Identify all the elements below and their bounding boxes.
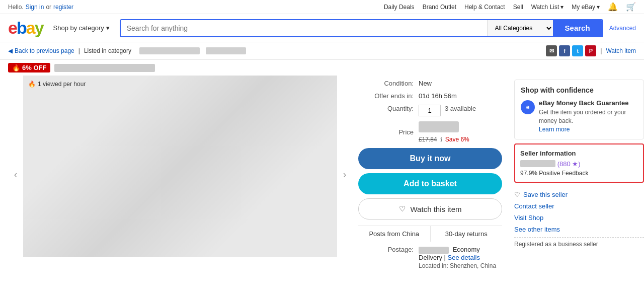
guarantee-title: eBay Money Back Guarantee	[539, 99, 637, 107]
visit-shop-label: Visit Shop	[514, 214, 543, 222]
see-other-items-link[interactable]: See other items	[514, 226, 644, 233]
my-ebay-label: My eBay	[572, 4, 595, 11]
back-arrow-icon: ◀	[8, 47, 13, 54]
returns-tab: 30-day returns	[431, 226, 503, 242]
location-text: Located in: Shenzhen, China	[414, 262, 502, 269]
or-text: or	[46, 4, 51, 11]
ebay-logo[interactable]: ebay	[8, 18, 43, 38]
top-bar-left: Hello. Sign in or register	[8, 4, 73, 11]
register-link[interactable]: register	[53, 4, 73, 11]
watch-item-separator: |	[600, 47, 602, 54]
breadcrumb-bar: ◀ Back to previous page | Listed in cate…	[0, 42, 644, 60]
notifications-bell-icon[interactable]: 🔔	[608, 2, 618, 12]
search-bar: All Categories Search	[120, 19, 603, 37]
advanced-search-link[interactable]: Advanced	[609, 25, 636, 32]
shop-by-chevron-icon: ▾	[106, 24, 110, 32]
prev-image-button[interactable]: ‹	[8, 76, 23, 273]
back-button[interactable]: ◀ Back to previous page	[8, 47, 74, 54]
sign-in-link[interactable]: Sign in	[26, 4, 44, 11]
logo-y: y	[35, 18, 43, 37]
sell-link[interactable]: Sell	[513, 4, 523, 11]
subcategory-blurred	[206, 47, 246, 54]
watch-btn-label: Watch this item	[409, 205, 462, 213]
watch-list-label: Watch List	[531, 4, 559, 11]
cart-icon[interactable]: 🛒	[626, 2, 636, 12]
viewed-text: 1 viewed per hour	[38, 81, 86, 88]
condition-value: New	[419, 80, 432, 87]
current-price-blurred	[419, 121, 459, 132]
breadcrumb-right: ✉ f t P | Watch item	[546, 45, 636, 56]
see-details-link[interactable]: See details	[448, 254, 480, 261]
quantity-input[interactable]	[419, 105, 441, 116]
seller-name-blurred	[520, 160, 555, 167]
watch-heart-icon: ♡	[399, 204, 406, 213]
search-input[interactable]	[121, 20, 488, 36]
postage-label: Postage:	[358, 246, 414, 261]
watch-list-button[interactable]: Watch List ▾	[531, 4, 564, 11]
image-section: ‹ 🔥 1 viewed per hour ›	[8, 76, 352, 273]
seller-title: Seller information	[520, 150, 638, 157]
price-row: Price £17.84 ℹ Save 6%	[358, 121, 502, 143]
visit-shop-link[interactable]: Visit Shop	[514, 214, 644, 222]
discount-text: 6% OFF	[22, 64, 46, 71]
add-to-basket-button[interactable]: Add to basket	[358, 173, 502, 194]
save-seller-label: Save this seller	[523, 191, 568, 198]
price-section: £17.84 ℹ Save 6%	[419, 121, 469, 143]
seller-positive-feedback: 97.9% Positive Feedback	[520, 170, 638, 177]
price-label: Price	[358, 128, 414, 136]
guarantee-body: Get the item you ordered or your money b…	[539, 108, 637, 125]
offer-ends-row: Offer ends in: 01d 16h 56m	[358, 92, 502, 100]
postage-value: Economy Delivery | See details	[419, 246, 502, 261]
business-seller-text: Registered as a business seller	[514, 241, 644, 248]
my-ebay-button[interactable]: My eBay ▾	[572, 4, 600, 11]
hello-text: Hello.	[8, 4, 24, 11]
facebook-share-icon[interactable]: f	[559, 45, 570, 56]
see-other-items-label: See other items	[514, 226, 560, 233]
brand-outlet-link[interactable]: Brand Outlet	[423, 4, 456, 11]
postage-row: Postage: Economy Delivery | See details	[358, 246, 502, 261]
save-heart-icon: ♡	[514, 191, 520, 198]
guarantee-row: e eBay Money Back Guarantee Get the item…	[521, 99, 637, 133]
social-icons: ✉ f t P	[546, 45, 596, 56]
top-bar-right: Daily Deals Brand Outlet Help & Contact …	[384, 2, 636, 12]
top-bar: Hello. Sign in or register Daily Deals B…	[0, 0, 644, 14]
discount-badge: 🔥 6% OFF	[8, 63, 50, 72]
save-seller-link[interactable]: ♡ Save this seller	[514, 191, 644, 198]
ebay-guarantee-icon: e	[521, 100, 535, 114]
guarantee-text: eBay Money Back Guarantee Get the item y…	[539, 99, 637, 133]
header: ebay Shop by category ▾ All Categories S…	[0, 14, 644, 42]
postage-blurred	[419, 247, 449, 254]
pinterest-share-icon[interactable]: P	[585, 45, 596, 56]
condition-row: Condition: New	[358, 80, 502, 87]
offer-value: 01d 16h 56m	[419, 92, 457, 100]
logo-b: b	[17, 18, 26, 37]
item-details: Condition: New Offer ends in: 01d 16h 56…	[352, 76, 508, 273]
category-blurred	[139, 47, 200, 54]
shipping-tabs: Posts from China 30-day returns	[358, 226, 502, 242]
my-ebay-chevron-icon: ▾	[597, 4, 600, 11]
search-button[interactable]: Search	[553, 20, 602, 36]
email-share-icon[interactable]: ✉	[546, 45, 557, 56]
watch-item-link[interactable]: Watch item	[606, 47, 636, 54]
posts-from-tab: Posts from China	[358, 226, 431, 242]
help-contact-link[interactable]: Help & Contact	[464, 4, 505, 11]
buy-it-now-button[interactable]: Buy it now	[358, 148, 502, 169]
confidence-title: Shop with confidence	[521, 86, 637, 94]
learn-more-link[interactable]: Learn more	[539, 126, 570, 133]
offer-label: Offer ends in:	[358, 92, 414, 100]
category-select[interactable]: All Categories	[488, 20, 553, 36]
item-title-blurred	[54, 64, 155, 72]
shop-by-category-button[interactable]: Shop by category ▾	[49, 22, 114, 34]
logo-e: e	[8, 18, 17, 37]
seller-feedback-count: (880 ★)	[557, 160, 581, 168]
quantity-row: Quantity: 3 available	[358, 105, 502, 116]
next-image-button[interactable]: ›	[337, 76, 352, 273]
seller-divider	[514, 237, 644, 238]
confidence-box: Shop with confidence e eBay Money Back G…	[514, 80, 644, 139]
daily-deals-link[interactable]: Daily Deals	[384, 4, 415, 11]
viewed-badge: 🔥 1 viewed per hour	[28, 81, 86, 88]
back-label: Back to previous page	[15, 47, 74, 54]
watch-this-item-button[interactable]: ♡ Watch this item	[358, 198, 502, 220]
twitter-share-icon[interactable]: t	[572, 45, 583, 56]
contact-seller-link[interactable]: Contact seller	[514, 202, 644, 210]
